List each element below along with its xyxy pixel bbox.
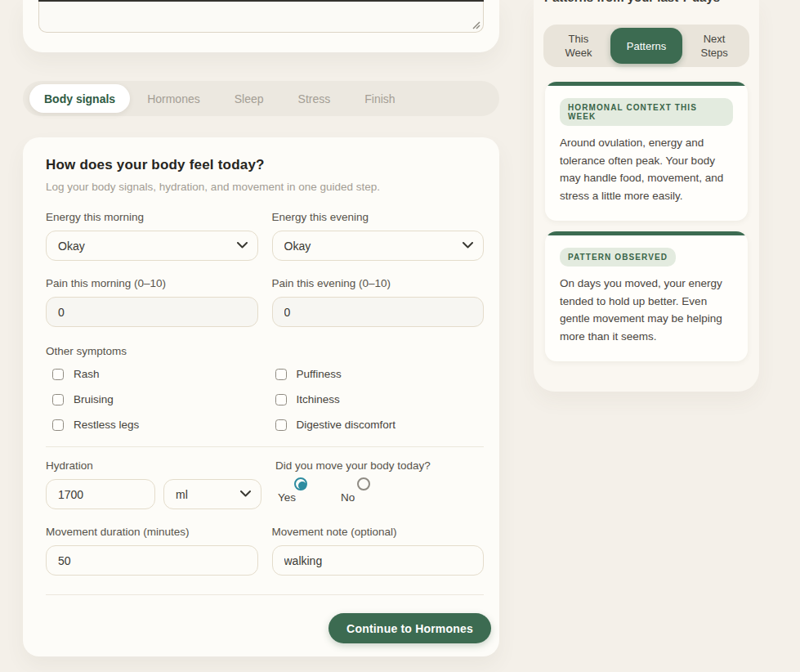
- tab-sleep[interactable]: Sleep: [217, 84, 281, 113]
- checkbox-icon[interactable]: [52, 394, 64, 405]
- movement-duration-field: Movement duration (minutes): [46, 526, 258, 576]
- movement-note-label: Movement note (optional): [272, 526, 485, 538]
- insight-badge: PATTERN OBSERVED: [560, 248, 676, 267]
- main-column: Body signals Hormones Sleep Stress Finis…: [23, 0, 499, 656]
- insight-card-pattern-observed: PATTERN OBSERVED On days you moved, your…: [545, 231, 748, 361]
- tab-patterns[interactable]: Patterns: [610, 28, 682, 64]
- divider: [46, 594, 484, 595]
- tab-finish[interactable]: Finish: [347, 84, 412, 113]
- form-subtitle: Log your body signals, hydration, and mo…: [46, 181, 484, 193]
- energy-evening-field: Energy this evening Okay: [272, 211, 485, 261]
- tab-this-week[interactable]: This Week: [547, 28, 610, 64]
- symptom-option-itchiness[interactable]: Itchiness: [275, 393, 485, 405]
- hydration-field: Hydration ml: [46, 459, 261, 509]
- pain-morning-label: Pain this morning (0–10): [46, 277, 258, 289]
- insights-tabbar: This Week Patterns Next Steps: [543, 25, 749, 67]
- energy-row: Energy this morning Okay Energy this eve…: [46, 211, 484, 261]
- symptom-option-bruising[interactable]: Bruising: [52, 393, 261, 405]
- movement-duration-input[interactable]: [46, 545, 258, 576]
- continue-to-hormones-button[interactable]: Continue to Hormones: [328, 613, 491, 643]
- other-symptoms-label: Other symptoms: [46, 345, 484, 357]
- pain-evening-label: Pain this evening (0–10): [272, 277, 485, 289]
- panel-heading: Patterns from your last 7 days: [544, 0, 720, 4]
- tab-stress[interactable]: Stress: [281, 84, 348, 113]
- checkbox-icon[interactable]: [275, 419, 287, 431]
- notes-box: [38, 0, 484, 33]
- checkbox-icon[interactable]: [275, 394, 287, 405]
- radio-option-yes[interactable]: Yes: [278, 477, 307, 504]
- radio-option-no[interactable]: No: [341, 477, 370, 504]
- symptom-option-rash[interactable]: Rash: [52, 368, 261, 380]
- form-title: How does your body feel today?: [46, 157, 484, 173]
- page: Body signals Hormones Sleep Stress Finis…: [0, 0, 800, 656]
- insight-text: Around ovulation, energy and tolerance o…: [560, 134, 730, 204]
- movement-question-field: Did you move your body today? Yes No: [275, 459, 484, 509]
- insight-card-hormonal-context: HORMONAL CONTEXT THIS WEEK Around ovulat…: [545, 82, 748, 221]
- insight-badge: HORMONAL CONTEXT THIS WEEK: [560, 98, 733, 126]
- tab-hormones[interactable]: Hormones: [130, 84, 217, 113]
- pain-evening-field: Pain this evening (0–10): [272, 277, 485, 327]
- energy-morning-select[interactable]: Okay: [46, 231, 258, 261]
- radio-selected-icon[interactable]: [294, 477, 307, 491]
- checkbox-icon[interactable]: [52, 369, 64, 380]
- energy-morning-field: Energy this morning Okay: [46, 211, 258, 261]
- hydration-label: Hydration: [46, 459, 261, 472]
- divider: [46, 446, 484, 447]
- pain-row: Pain this morning (0–10) Pain this eveni…: [46, 277, 484, 327]
- tab-body-signals[interactable]: Body signals: [29, 84, 130, 113]
- insights-column: Patterns from your last 7 days This Week…: [534, 0, 759, 392]
- symptom-option-puffiness[interactable]: Puffiness: [275, 368, 485, 380]
- notes-card: [23, 0, 499, 52]
- symptom-option-digestive-discomfort[interactable]: Digestive discomfort: [275, 419, 485, 431]
- hydration-amount-input[interactable]: [46, 479, 155, 509]
- tab-next-steps[interactable]: Next Steps: [682, 28, 746, 64]
- hydration-unit-select[interactable]: ml: [163, 479, 261, 509]
- checkbox-icon[interactable]: [275, 369, 287, 380]
- movement-note-field: Movement note (optional): [272, 526, 485, 576]
- checkbox-icon[interactable]: [52, 419, 64, 431]
- energy-morning-label: Energy this morning: [46, 211, 258, 223]
- pain-evening-input[interactable]: [272, 297, 485, 327]
- hydration-movement-row: Hydration ml Did y: [46, 459, 484, 509]
- panel-heading-clip: Patterns from your last 7 days: [543, 0, 749, 4]
- patterns-panel: Patterns from your last 7 days This Week…: [534, 0, 759, 392]
- pain-morning-field: Pain this morning (0–10): [46, 277, 258, 327]
- symptoms-checklist: Rash Puffiness Bruising Itchiness Restle…: [46, 368, 484, 431]
- movement-detail-row: Movement duration (minutes) Movement not…: [46, 526, 484, 576]
- energy-evening-label: Energy this evening: [272, 211, 485, 223]
- body-signals-form-card: How does your body feel today? Log your …: [23, 137, 499, 656]
- movement-question-label: Did you move your body today?: [275, 459, 484, 472]
- resize-handle-icon[interactable]: [472, 20, 480, 29]
- step-tabbar: Body signals Hormones Sleep Stress Finis…: [23, 81, 499, 116]
- insight-text: On days you moved, your energy tended to…: [560, 275, 730, 345]
- energy-evening-select[interactable]: Okay: [272, 231, 485, 261]
- movement-radio-group: Yes No: [275, 477, 484, 504]
- form-footer: Continue to Hormones: [46, 613, 491, 643]
- symptom-option-restless-legs[interactable]: Restless legs: [52, 419, 261, 431]
- notes-textarea[interactable]: [38, 0, 484, 33]
- cutoff-content-line: [38, 0, 484, 2]
- pain-morning-input[interactable]: [46, 297, 258, 327]
- movement-duration-label: Movement duration (minutes): [46, 526, 258, 538]
- movement-note-input[interactable]: [272, 545, 485, 576]
- radio-unselected-icon[interactable]: [357, 477, 370, 491]
